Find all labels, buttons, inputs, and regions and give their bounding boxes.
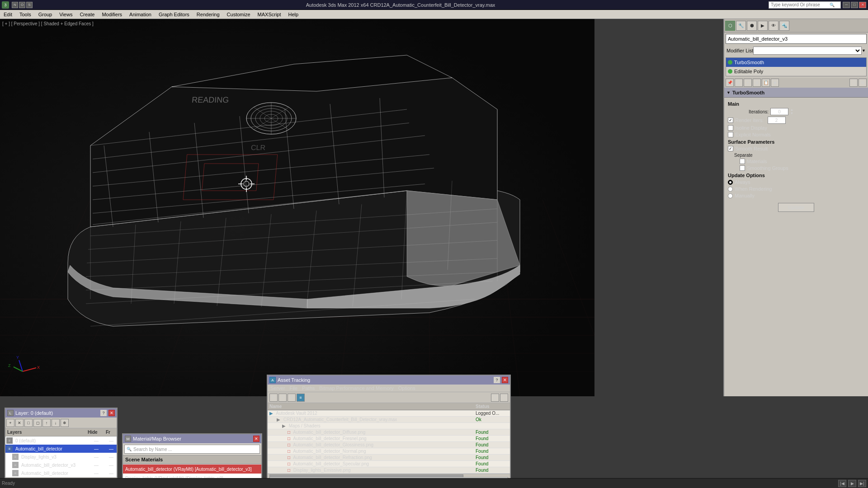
restore-btn[interactable]: □	[851, 2, 858, 8]
layers-add-btn[interactable]: +	[6, 419, 14, 427]
open-btn[interactable]: O	[19, 2, 25, 8]
ts-iter-down[interactable]: ▼	[790, 112, 795, 115]
menu-tools[interactable]: Tools	[16, 11, 35, 18]
ts-smoothing-groups-checkbox[interactable]	[740, 165, 745, 171]
create-tab[interactable]: ⬡	[725, 21, 735, 31]
layers-delete-btn[interactable]: ✕	[15, 419, 24, 427]
at-row-vault[interactable]: ▶ Autodesk Vault 2012 Logged O...	[268, 410, 510, 417]
at-menu-file[interactable]: File	[289, 385, 297, 391]
layers-move-btn[interactable]: ↑	[42, 419, 51, 427]
modifier-turbosmooth[interactable]: TurboSmooth	[726, 58, 866, 67]
menu-animation[interactable]: Animation	[126, 11, 155, 18]
new-btn[interactable]: N	[12, 2, 18, 8]
utilities-tab[interactable]: 🔩	[779, 21, 789, 31]
menu-rendering[interactable]: Rendering	[193, 11, 223, 18]
mat-close-btn[interactable]: ✕	[253, 436, 259, 442]
ts-when-rendering-radio[interactable]	[728, 187, 733, 192]
ts-iter-up[interactable]: ▲	[790, 108, 795, 112]
ts-smooth-result-checkbox[interactable]	[728, 146, 733, 151]
layers-help-btn[interactable]: ?	[100, 410, 107, 416]
save-btn[interactable]: S	[26, 2, 33, 8]
menu-views[interactable]: Views	[56, 11, 76, 18]
ts-iterations-spinner[interactable]: 0	[770, 108, 788, 115]
prev-frame-btn[interactable]: |◀	[838, 480, 846, 487]
at-row-maps[interactable]: ▶ Maps / Shaders	[268, 423, 510, 429]
make-unique-btn[interactable]: ★	[771, 79, 779, 87]
at-col-status: Status	[474, 403, 510, 410]
at-menu-server[interactable]: Server	[270, 385, 285, 391]
menu-help[interactable]: Help	[285, 11, 302, 18]
menu-group[interactable]: Group	[35, 11, 56, 18]
at-help-btn[interactable]: ?	[494, 377, 500, 383]
search-box[interactable]: 🔍	[769, 1, 841, 9]
layer-row-auto[interactable]: ≡ Automatic_bill_detector — —	[5, 445, 117, 453]
menu-edit[interactable]: Edit	[0, 11, 16, 18]
menu-customize[interactable]: Customize	[223, 11, 254, 18]
minimize-btn[interactable]: ─	[843, 2, 850, 8]
add-modifier-btn[interactable]: +	[744, 79, 752, 87]
menu-graph-editors[interactable]: Graph Editors	[155, 11, 193, 18]
ts-update-btn[interactable]: Update	[778, 203, 814, 212]
copy-modifier-btn[interactable]: ⧉	[753, 79, 761, 87]
at-row-refraction[interactable]: □ Automatic_bill_detector_Refraction.png…	[268, 455, 510, 461]
modifier-editable-poly[interactable]: Editable Poly	[726, 67, 866, 76]
mat-item-auto[interactable]: Automatic_bill_detector (VRayMtl) [Autom…	[123, 465, 261, 474]
modifier-list-dropdown[interactable]	[753, 47, 862, 55]
at-row-diffuse[interactable]: □ Automatic_bill_detector_Diffuse.png Fo…	[268, 429, 510, 436]
next-frame-btn[interactable]: ▶|	[858, 480, 866, 487]
menu-maxscript[interactable]: MAXScript	[254, 11, 285, 18]
remove-modifier-btn[interactable]: ✕	[735, 79, 743, 87]
hierarchy-tab[interactable]: ⬢	[747, 21, 757, 31]
at-row-fresnel[interactable]: □ Automatic_bill_detector_Fresnel.png Fo…	[268, 436, 510, 442]
at-view-btn[interactable]: ≡	[297, 394, 305, 402]
at-menu-bitmap[interactable]: Bitmap Performance and Memory	[319, 385, 393, 391]
paste-modifier-btn[interactable]: 📋	[762, 79, 770, 87]
at-refresh-btn[interactable]: ↻	[269, 394, 278, 402]
layer-row-auto2[interactable]: ≡ Automatic_bill_detector — —	[5, 469, 117, 477]
modifier-dropdown-arrow[interactable]: ▼	[862, 48, 866, 53]
play-btn[interactable]: ▶	[848, 480, 856, 487]
modify-tab[interactable]: 🔧	[736, 21, 746, 31]
make-ref-btn[interactable]: →	[849, 79, 858, 87]
at-row-emissive[interactable]: □ Display_lights_Emissive.png Found	[268, 467, 510, 474]
close-btn[interactable]: ✕	[859, 2, 866, 8]
layers-freeze-btn[interactable]: ❄	[61, 419, 69, 427]
layers-new-btn[interactable]: □	[24, 419, 33, 427]
viewport-content[interactable]: [ + ] [ Perspective ] [ Shaded + Edged F…	[0, 19, 594, 396]
search-input[interactable]	[771, 2, 830, 7]
layer-row-default[interactable]: ≡ 0 (default) — —	[5, 436, 117, 445]
mat-search[interactable]: 🔍 Search by Name ...	[124, 445, 260, 454]
layers-close-btn[interactable]: ✕	[108, 410, 115, 416]
at-row-specular[interactable]: □ Automatic_bill_detector_Specular.png F…	[268, 461, 510, 467]
display-tab[interactable]: 👁	[769, 21, 778, 31]
at-help2-btn[interactable]: ?	[491, 394, 499, 402]
ts-materials-checkbox[interactable]	[740, 159, 745, 164]
at-menu-options[interactable]: Options	[398, 385, 415, 391]
at-row-normal[interactable]: □ Automatic_bill_detector_Normal.png Fou…	[268, 448, 510, 455]
at-menu-paths[interactable]: Paths	[302, 385, 315, 391]
ts-always-radio[interactable]	[728, 180, 733, 185]
at-warn-btn[interactable]: !	[500, 394, 508, 402]
menu-modifiers[interactable]: Modifiers	[98, 11, 126, 18]
pin-stack-btn[interactable]: 📌	[726, 79, 734, 87]
layers-down-btn[interactable]: ↓	[52, 419, 60, 427]
ts-manually-radio[interactable]	[728, 193, 733, 198]
ts-explicit-normals-checkbox[interactable]	[728, 132, 733, 137]
config-btn[interactable]: ⚙	[859, 79, 867, 87]
ts-collapse-btn[interactable]: ▼	[726, 90, 731, 95]
ts-isoline-checkbox[interactable]	[728, 125, 733, 131]
at-close-btn[interactable]: ✕	[502, 377, 508, 383]
menu-create[interactable]: Create	[76, 11, 98, 18]
at-row-glossiness[interactable]: □ Automatic_bill_detector_Glossiness.png…	[268, 442, 510, 448]
at-add-btn[interactable]: +	[278, 394, 287, 402]
svg-text:READING: READING	[191, 95, 229, 104]
motion-tab[interactable]: ▶	[758, 21, 768, 31]
layer-row-v3[interactable]: ≡ Automatic_bill_detector_v3 — —	[5, 461, 117, 469]
at-row-max[interactable]: ▶ CRD12A_Automatic_Counterfeit_Bill_Dete…	[268, 417, 510, 423]
svg-text:Z: Z	[8, 363, 11, 368]
layers-select-btn[interactable]: ◻	[33, 419, 42, 427]
ts-render-iters-spinner[interactable]: 2	[768, 117, 786, 124]
ts-render-iters-checkbox[interactable]	[728, 117, 733, 123]
layer-row-lights[interactable]: ≡ Display_lights_v3 — —	[5, 453, 117, 461]
at-remove-btn[interactable]: ✕	[288, 394, 296, 402]
